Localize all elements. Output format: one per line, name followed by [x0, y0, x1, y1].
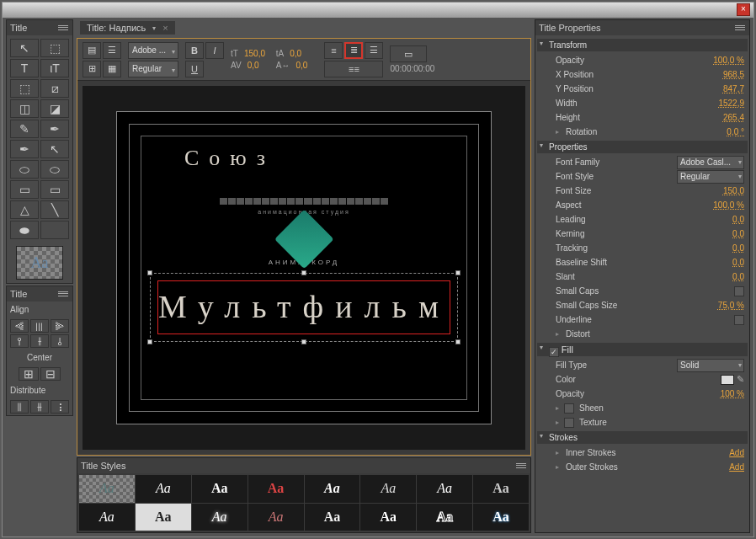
tracking-value[interactable]: 0,0 [732, 243, 744, 253]
font-family-select[interactable]: Adobe Casl... [677, 156, 744, 169]
line-tool[interactable]: ╲ [40, 200, 69, 219]
smallcaps-size-value[interactable]: 75,0 % [718, 301, 744, 310]
rect-tool[interactable]: ▭ [10, 180, 39, 199]
texture-checkbox[interactable] [564, 418, 574, 428]
ellipse-tool[interactable]: ⬭ [10, 160, 39, 179]
italic-button[interactable]: I [205, 42, 224, 59]
selection-handle[interactable] [147, 339, 152, 344]
wedge-tool[interactable]: △ [10, 200, 39, 219]
align-top[interactable]: ⫯ [10, 334, 29, 348]
fill-opacity-value[interactable]: 100 % [721, 389, 744, 398]
underline-checkbox[interactable] [734, 315, 744, 325]
rotation-value[interactable]: 0,0 ° [727, 127, 744, 136]
sheen-checkbox[interactable] [564, 403, 574, 414]
style-swatch[interactable]: Aa [305, 504, 360, 531]
style-swatch[interactable]: Aa [248, 504, 304, 531]
rotate-tool[interactable]: ⬚ [40, 39, 69, 57]
baseline-value[interactable]: 0,0 [732, 258, 744, 267]
style-swatch[interactable]: Aa [305, 475, 360, 503]
document-tab[interactable]: Title: Надпись ▾ × [80, 21, 175, 35]
style-swatch[interactable]: Aa [192, 504, 248, 531]
convert-anchor-tool[interactable]: ↖ [40, 140, 69, 158]
align-left-button[interactable]: ≡ [324, 42, 343, 59]
section-transform[interactable]: Transform [537, 39, 748, 51]
vertical-type-tool[interactable]: ιT [40, 59, 69, 77]
selection-handle[interactable] [455, 270, 461, 275]
section-properties[interactable]: Properties [537, 141, 748, 153]
title-styles-tab[interactable]: Title Styles [81, 461, 125, 471]
panel-menu-icon[interactable] [515, 461, 527, 471]
style-swatch[interactable]: Aa [79, 504, 135, 531]
bold-button[interactable]: B [185, 42, 204, 59]
font-style-dropdown[interactable]: Regular [128, 61, 178, 77]
text-soyuz[interactable]: Союз [184, 146, 275, 171]
kerning-value[interactable]: 0,0 [248, 61, 269, 70]
style-swatch[interactable]: Aa [136, 475, 191, 503]
outer-strokes-add[interactable]: Add [729, 462, 744, 472]
inner-strokes-add[interactable]: Add [729, 448, 744, 457]
templates-button[interactable]: ▤ [83, 42, 101, 59]
tracking-value[interactable]: 0,0 [295, 61, 317, 70]
section-fill[interactable]: Fill [537, 343, 748, 356]
dist-3[interactable]: ⫶ [51, 400, 69, 414]
vertical-area-type-tool[interactable]: ⧄ [40, 79, 69, 98]
underline-button[interactable]: U [185, 61, 204, 77]
align-vcenter[interactable]: ⫲ [30, 334, 49, 348]
font-size-value[interactable]: 150,0 [723, 186, 744, 195]
font-family-dropdown[interactable]: Adobe ... [128, 42, 178, 59]
style-swatch[interactable]: Aa [136, 504, 191, 531]
add-anchor-tool[interactable]: ✒ [40, 120, 69, 138]
font-style-select[interactable]: Regular [677, 170, 744, 184]
area-type-tool[interactable]: ⬚ [10, 79, 39, 98]
tab-stops-button[interactable]: ⊞ [83, 61, 101, 77]
style-swatch[interactable]: Aa [79, 475, 135, 503]
yposition-value[interactable]: 847,7 [723, 84, 744, 93]
window-close-button[interactable]: × [737, 3, 750, 16]
xposition-value[interactable]: 968,5 [723, 70, 744, 79]
aspect-value[interactable]: 100,0 % [713, 200, 744, 210]
pen-tool[interactable]: ✎ [10, 120, 39, 138]
eyedropper-icon[interactable]: ✎ [737, 374, 744, 385]
section-strokes[interactable]: Strokes [537, 431, 748, 444]
distribute-button[interactable]: ≡≡ [324, 61, 383, 77]
style-swatch[interactable]: Aa [473, 475, 529, 503]
smallcaps-checkbox[interactable] [734, 286, 744, 296]
roll-crawl-button[interactable]: ☰ [103, 42, 121, 59]
vertical-path-type-tool[interactable]: ◪ [40, 99, 69, 118]
align-right-button[interactable]: ☰ [365, 42, 383, 59]
dist-1[interactable]: ⫴ [10, 400, 29, 414]
distort-label[interactable]: Distort [566, 329, 744, 339]
selection-tool[interactable]: ↖ [10, 39, 39, 57]
opacity-value[interactable]: 100,0 % [713, 56, 744, 65]
style-swatch[interactable]: Aa [360, 504, 416, 531]
selection-handle[interactable] [301, 339, 306, 344]
style-swatch[interactable]: Aa [192, 475, 248, 503]
height-value[interactable]: 265,4 [723, 113, 744, 122]
arc-tool[interactable]: ⬬ [10, 221, 39, 239]
path-type-tool[interactable]: ◫ [10, 99, 39, 118]
panel-menu-icon[interactable] [734, 23, 746, 33]
width-value[interactable]: 1522,9 [718, 99, 744, 108]
slant-value[interactable]: 0,0 [732, 272, 744, 281]
leading-value[interactable]: 0,0 [290, 49, 311, 58]
style-swatch[interactable]: Aa [473, 504, 529, 531]
tools-tab[interactable]: Title [10, 23, 27, 33]
clipped-rect-tool[interactable]: ▭ [40, 180, 69, 199]
style-swatch[interactable]: Aa [417, 504, 472, 531]
filltype-select[interactable]: Solid [677, 359, 744, 372]
panel-menu-icon[interactable] [57, 23, 69, 33]
style-swatch[interactable]: Aa [417, 475, 472, 503]
title-canvas[interactable]: Союз анимационная студия АНИМАККОРД Муль… [83, 86, 525, 450]
color-swatch[interactable]: Aa [16, 246, 63, 280]
fill-enable-checkbox[interactable] [549, 347, 559, 357]
panel-menu-icon[interactable] [57, 289, 69, 299]
video-frame-button[interactable]: ▭ [390, 45, 427, 62]
type-tool[interactable]: T [10, 59, 39, 77]
align-left[interactable]: ⫷ [10, 319, 29, 333]
properties-tab[interactable]: Title Properties [539, 23, 601, 33]
center-v[interactable]: ⊟ [40, 367, 61, 381]
leading-value[interactable]: 0,0 [732, 215, 744, 224]
active-text-selection[interactable]: Мультфильм [157, 280, 450, 334]
kerning-value[interactable]: 0,0 [732, 229, 744, 238]
align-center-button[interactable]: ≣ [344, 42, 363, 59]
